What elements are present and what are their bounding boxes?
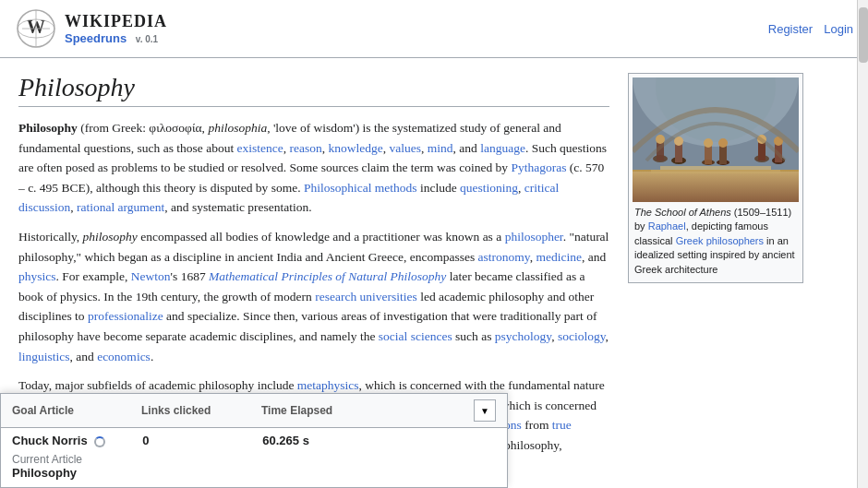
links-clicked-label: Links clicked [141, 404, 224, 417]
link-questioning[interactable]: questioning [460, 181, 518, 195]
svg-point-18 [704, 138, 713, 148]
caption-raphael-link[interactable]: Raphael [648, 220, 686, 232]
svg-rect-14 [675, 144, 682, 162]
link-existence[interactable]: existence [237, 141, 283, 155]
login-link[interactable]: Login [824, 22, 853, 36]
link-physics[interactable]: physics [18, 269, 56, 283]
links-clicked-col: 0 [142, 434, 225, 447]
sidebar: The School of Athens (1509–1511) by Raph… [628, 73, 803, 488]
links-clicked-value: 0 [142, 434, 225, 447]
current-article-section: Current Article Philosophy [12, 453, 496, 480]
link-philosopher[interactable]: philosopher [505, 230, 563, 244]
svg-rect-20 [719, 146, 727, 164]
time-elapsed-label: Time Elapsed [261, 404, 332, 417]
article-title: Philosophy [18, 73, 609, 107]
current-article-value: Philosophy [12, 466, 496, 480]
panel-body: Chuck Norris 0 60.265 s Current Article … [1, 428, 507, 487]
site-title: Wikipedia [65, 12, 167, 31]
svg-point-21 [718, 138, 728, 148]
panel-data-rows: Chuck Norris 0 60.265 s [12, 434, 496, 447]
header-nav: Register Login [768, 22, 853, 36]
painting-svg [633, 77, 799, 202]
site-version: v. 0.1 [136, 34, 158, 44]
svg-rect-29 [651, 170, 780, 173]
link-knowledge[interactable]: knowledge [329, 141, 383, 155]
header: W Wikipedia Speedruns v. 0.1 Register Lo… [0, 0, 868, 58]
goal-article-col: Chuck Norris [12, 434, 105, 447]
link-reason[interactable]: reason [290, 141, 322, 155]
link-social-sciences[interactable]: social sciences [379, 329, 452, 343]
logo-area: W Wikipedia Speedruns v. 0.1 [15, 7, 167, 50]
svg-rect-8 [633, 170, 799, 202]
time-elapsed-col: 60.265 s [262, 434, 309, 447]
link-astronomy[interactable]: astronomy [478, 250, 530, 264]
link-linguistics[interactable]: linguistics [18, 350, 70, 363]
link-sociology[interactable]: sociology [558, 329, 606, 343]
goal-article-label: Goal Article [12, 404, 104, 417]
intro-paragraph-2: Historically, philosophy encompassed all… [18, 227, 609, 366]
panel-columns: Goal Article Links clicked Time Elapsed [12, 404, 474, 417]
bottom-panel: Goal Article Links clicked Time Elapsed … [0, 393, 508, 488]
svg-rect-28 [660, 166, 771, 170]
link-pythagoras[interactable]: Pythagoras [511, 161, 566, 174]
scrollbar[interactable] [857, 0, 868, 488]
philosophy-bold: Philosophy [18, 121, 78, 135]
svg-rect-17 [705, 146, 712, 164]
link-values[interactable]: values [390, 141, 422, 155]
caption-greek-philosophers-link[interactable]: Greek philosophers [676, 235, 764, 246]
link-mind[interactable]: mind [428, 141, 453, 155]
link-mathematical-principles[interactable]: Mathematical Principles of Natural Philo… [209, 269, 446, 283]
svg-rect-23 [758, 142, 766, 161]
time-elapsed-value: 60.265 s [262, 434, 309, 447]
panel-header: Goal Article Links clicked Time Elapsed … [1, 394, 507, 428]
image-caption: The School of Athens (1509–1511) by Raph… [633, 202, 799, 279]
panel-toggle-button[interactable]: ▼ [474, 399, 496, 422]
site-subtitle: Speedruns v. 0.1 [65, 31, 167, 45]
link-psychology[interactable]: psychology [495, 329, 551, 343]
register-link[interactable]: Register [768, 22, 813, 36]
link-rational-argument[interactable]: rational argument [77, 200, 164, 214]
intro-paragraph-1: Philosophy (from Greek: φιλοσοφία, philo… [18, 118, 609, 218]
current-article-label: Current Article [12, 453, 496, 466]
loading-spinner-icon [94, 436, 105, 447]
link-research-universities[interactable]: research universities [315, 290, 417, 304]
site-name: Wikipedia Speedruns v. 0.1 [65, 12, 167, 45]
link-professionalize[interactable]: professionalize [88, 309, 163, 323]
link-language[interactable]: language [480, 141, 525, 155]
link-medicine[interactable]: medicine [536, 250, 581, 264]
wikipedia-logo-icon: W [15, 7, 57, 50]
link-metaphysics[interactable]: metaphysics [297, 378, 359, 392]
image-box: The School of Athens (1509–1511) by Raph… [628, 73, 803, 283]
school-of-athens-image [633, 77, 799, 202]
goal-article-value: Chuck Norris [12, 434, 105, 447]
link-philosophical-methods[interactable]: Philosophical methods [304, 181, 417, 195]
link-newton[interactable]: Newton [131, 269, 171, 283]
link-economics[interactable]: economics [97, 350, 151, 363]
